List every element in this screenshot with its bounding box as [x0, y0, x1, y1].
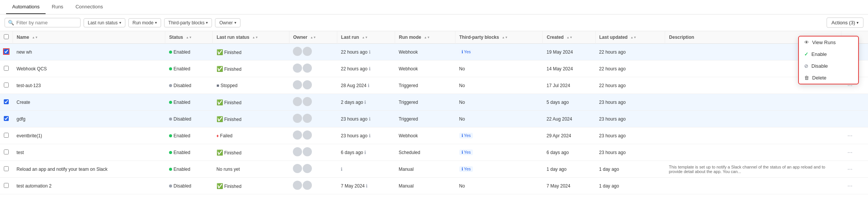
row-third-party-blocks: ℹ Yes: [455, 161, 543, 178]
dropdown-delete[interactable]: 🗑 Delete: [799, 72, 858, 84]
finished-icon: ✅: [217, 49, 223, 55]
row-status: Enabled: [165, 161, 213, 178]
table-row: test automation 2Disabled✅ Finished7 May…: [0, 178, 868, 194]
sort-icon[interactable]: ▲▼: [566, 36, 572, 39]
row-description: [665, 144, 841, 161]
dropdown-enable[interactable]: ✓ Enable: [799, 48, 858, 60]
status-dot: [169, 84, 172, 87]
sort-icon[interactable]: ▲▼: [631, 36, 637, 39]
search-input[interactable]: [16, 20, 77, 25]
row-last-updated: 23 hours ago: [595, 127, 665, 144]
status-dot: [169, 51, 172, 54]
row-actions-cell[interactable]: ···: [841, 127, 868, 144]
info-icon[interactable]: ℹ: [366, 183, 368, 189]
row-checkbox-cell[interactable]: [0, 111, 13, 127]
row-checkbox[interactable]: [4, 83, 9, 87]
avatar: [293, 130, 302, 140]
row-owner: [289, 44, 337, 60]
row-name: eventbrite(1): [13, 127, 165, 144]
info-icon[interactable]: ℹ: [364, 150, 366, 155]
row-ellipsis-button[interactable]: ···: [845, 182, 855, 190]
row-name: Webhook QCS: [13, 60, 165, 77]
col-owner: Owner ▲▼: [289, 31, 337, 44]
info-icon[interactable]: ℹ: [369, 66, 371, 72]
table-row: new whEnabled✅ Finished22 hours ago ℹWeb…: [0, 44, 868, 60]
row-third-party-blocks: No: [455, 60, 543, 77]
row-checkbox-cell[interactable]: [0, 144, 13, 161]
row-checkbox[interactable]: [4, 166, 9, 171]
table-row: Reload an app and notify your team on Sl…: [0, 161, 868, 178]
row-actions-cell[interactable]: ···: [841, 178, 868, 194]
status-dot: [169, 151, 172, 154]
sort-icon[interactable]: ▲▼: [252, 36, 258, 39]
row-ellipsis-button[interactable]: ···: [845, 148, 855, 157]
row-actions-cell[interactable]: ···: [841, 144, 868, 161]
tab-connections[interactable]: Connections: [70, 0, 109, 14]
row-checkbox[interactable]: [4, 149, 9, 154]
row-actions-cell[interactable]: [841, 94, 868, 111]
row-checkbox-cell[interactable]: [0, 127, 13, 144]
filter-last-run-status[interactable]: Last run status ▾: [84, 18, 125, 27]
select-all-checkbox[interactable]: [4, 34, 9, 39]
chevron-down-icon: ▾: [234, 21, 236, 25]
row-checkbox[interactable]: [4, 66, 9, 71]
dropdown-view-runs[interactable]: 👁 View Runs: [799, 37, 858, 48]
filter-owner[interactable]: Owner ▾: [215, 18, 240, 27]
tab-runs[interactable]: Runs: [46, 0, 69, 14]
row-checkbox-cell[interactable]: [0, 77, 13, 94]
tab-automations[interactable]: Automations: [6, 0, 46, 14]
info-icon[interactable]: ℹ: [368, 83, 370, 88]
row-last-updated: 1 day ago: [595, 178, 665, 194]
select-all-header[interactable]: [0, 31, 13, 44]
row-ellipsis-button[interactable]: ···: [845, 132, 855, 140]
col-created: Created ▲▼: [543, 31, 595, 44]
dropdown-disable[interactable]: ⊘ Disable: [799, 60, 858, 72]
status-text: Enabled: [174, 49, 190, 55]
stopped-icon: ■: [217, 83, 219, 88]
row-last-run: 6 days ago ℹ: [337, 144, 395, 161]
info-icon[interactable]: ℹ: [369, 133, 371, 138]
finished-icon: ✅: [217, 149, 223, 156]
info-icon[interactable]: ℹ: [364, 100, 366, 105]
row-last-run-status: ✅ Finished: [213, 60, 289, 77]
info-icon[interactable]: ℹ: [369, 49, 371, 55]
row-name: test-aut-123: [13, 77, 165, 94]
sort-icon[interactable]: ▲▼: [502, 36, 508, 39]
status-dot: [169, 184, 172, 188]
row-checkbox-cell[interactable]: [0, 60, 13, 77]
row-checkbox[interactable]: [4, 49, 9, 54]
row-created: 19 May 2024: [543, 44, 595, 60]
sort-icon[interactable]: ▲▼: [424, 36, 430, 39]
row-actions-cell[interactable]: [841, 111, 868, 127]
sort-icon[interactable]: ▲▼: [32, 36, 38, 39]
row-run-mode: Webhook: [395, 44, 455, 60]
yes-badge: ℹ Yes: [459, 166, 473, 172]
info-icon[interactable]: ℹ: [369, 116, 371, 122]
row-checkbox[interactable]: [4, 133, 9, 138]
row-checkbox-cell[interactable]: [0, 178, 13, 194]
yes-badge: ℹ Yes: [459, 149, 473, 155]
row-checkbox-cell[interactable]: [0, 94, 13, 111]
row-status: Enabled: [165, 127, 213, 144]
info-icon[interactable]: ℹ: [341, 167, 343, 172]
row-checkbox-cell[interactable]: [0, 161, 13, 178]
status-text: Disabled: [174, 116, 191, 122]
row-checkbox[interactable]: [4, 183, 9, 188]
search-box[interactable]: 🔍: [5, 18, 81, 27]
sort-icon[interactable]: ▲▼: [362, 36, 368, 39]
filter-third-party-blocks[interactable]: Third-party blocks ▾: [164, 18, 212, 27]
row-checkbox-cell[interactable]: [0, 44, 13, 60]
chevron-down-icon: ▾: [155, 21, 157, 25]
row-checkbox[interactable]: [4, 99, 9, 104]
row-ellipsis-button[interactable]: ···: [845, 165, 855, 173]
filter-run-mode[interactable]: Run mode ▾: [128, 18, 161, 27]
nav-tabs: Automations Runs Connections: [0, 0, 868, 14]
row-actions-cell[interactable]: ···: [841, 161, 868, 178]
sort-icon[interactable]: ▲▼: [186, 36, 192, 39]
actions-button[interactable]: Actions (3) ▾: [827, 17, 863, 28]
sort-icon[interactable]: ▲▼: [310, 36, 316, 39]
row-checkbox[interactable]: [4, 116, 9, 121]
row-third-party-blocks: No: [455, 94, 543, 111]
row-status: Enabled: [165, 44, 213, 60]
table-row: Webhook QCSEnabled✅ Finished22 hours ago…: [0, 60, 868, 77]
